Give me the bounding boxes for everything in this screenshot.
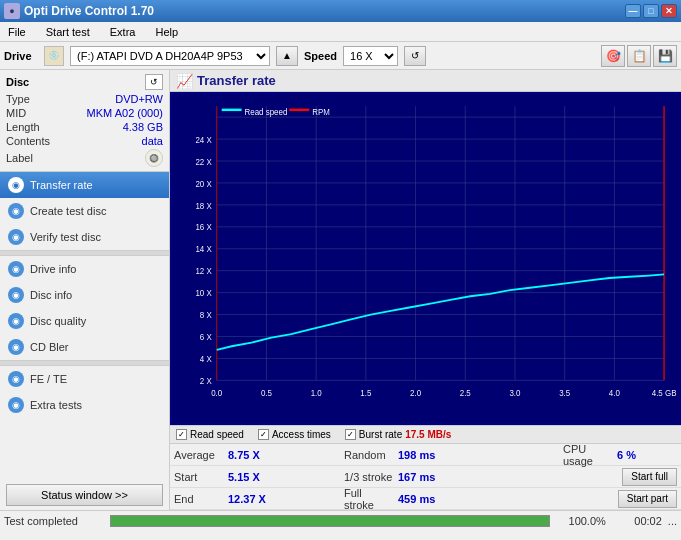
disc-contents-row: Contents data — [6, 135, 163, 147]
svg-text:2 X: 2 X — [200, 375, 212, 386]
nav-create-test-disc[interactable]: ◉ Create test disc — [0, 198, 169, 224]
speed-select[interactable]: 16 X — [343, 46, 398, 66]
burst-rate-option-label: Burst rate — [359, 429, 402, 440]
nav-disc-info[interactable]: ◉ Disc info — [0, 282, 169, 308]
nav-drive-info-label: Drive info — [30, 263, 76, 275]
menu-file[interactable]: File — [4, 24, 30, 40]
svg-text:2.0: 2.0 — [410, 387, 421, 398]
status-dots: ... — [668, 515, 677, 527]
disc-mid-label: MID — [6, 107, 26, 119]
chart-wrapper: 2 X 4 X 6 X 8 X 10 X 12 X 14 X 16 X 18 X… — [170, 92, 681, 425]
disc-contents-label: Contents — [6, 135, 50, 147]
nav-disc-quality-label: Disc quality — [30, 315, 86, 327]
start-part-button[interactable]: Start part — [618, 490, 677, 508]
nav-verify-test-disc[interactable]: ◉ Verify test disc — [0, 224, 169, 250]
disc-title: Disc — [6, 76, 29, 88]
read-speed-checkbox[interactable]: ✓ — [176, 429, 187, 440]
progress-bar — [110, 515, 550, 527]
statusbar: Test completed 100.0% 00:02 ... — [0, 510, 681, 530]
minimize-button[interactable]: — — [625, 4, 641, 18]
average-value: 8.75 X — [228, 449, 288, 461]
speed-refresh-button[interactable]: ↺ — [404, 46, 426, 66]
end-value: 12.37 X — [228, 493, 288, 505]
one-third-value: 167 ms — [398, 471, 458, 483]
toolbar-btn-2[interactable]: 📋 — [627, 45, 651, 67]
random-stat: Random 198 ms — [344, 449, 504, 461]
disc-type-row: Type DVD+RW — [6, 93, 163, 105]
access-times-checkbox[interactable]: ✓ — [258, 429, 269, 440]
sidebar: Disc ↺ Type DVD+RW MID MKM A02 (000) Len… — [0, 70, 170, 510]
titlebar: ● Opti Drive Control 1.70 — □ ✕ — [0, 0, 681, 22]
menubar: File Start test Extra Help — [0, 22, 681, 42]
nav-section: ◉ Transfer rate ◉ Create test disc ◉ Ver… — [0, 172, 169, 480]
end-label: End — [174, 493, 224, 505]
nav-verify-test-disc-label: Verify test disc — [30, 231, 101, 243]
drive-eject-button[interactable]: ▲ — [276, 46, 298, 66]
disc-refresh-button[interactable]: ↺ — [145, 74, 163, 90]
app-title: Opti Drive Control 1.70 — [24, 4, 154, 18]
svg-text:8 X: 8 X — [200, 309, 212, 320]
average-label: Average — [174, 449, 224, 461]
nav-transfer-rate[interactable]: ◉ Transfer rate — [0, 172, 169, 198]
read-speed-option: ✓ Read speed — [176, 429, 244, 440]
nav-disc-quality[interactable]: ◉ Disc quality — [0, 308, 169, 334]
toolbar-btn-3[interactable]: 💾 — [653, 45, 677, 67]
nav-extra-tests-label: Extra tests — [30, 399, 82, 411]
burst-rate-option: ✓ Burst rate 17.5 MB/s — [345, 429, 452, 440]
disc-type-label: Type — [6, 93, 30, 105]
svg-text:3.5: 3.5 — [559, 387, 570, 398]
maximize-button[interactable]: □ — [643, 4, 659, 18]
nav-cd-bler[interactable]: ◉ CD Bler — [0, 334, 169, 360]
svg-text:3.0: 3.0 — [509, 387, 520, 398]
menu-help[interactable]: Help — [151, 24, 182, 40]
nav-drive-info[interactable]: ◉ Drive info — [0, 256, 169, 282]
fe-te-icon: ◉ — [8, 371, 24, 387]
transfer-rate-icon: ◉ — [8, 177, 24, 193]
menu-extra[interactable]: Extra — [106, 24, 140, 40]
content-title: Transfer rate — [197, 73, 276, 88]
one-third-label: 1/3 stroke — [344, 471, 394, 483]
disc-length-label: Length — [6, 121, 40, 133]
start-label: Start — [174, 471, 224, 483]
drive-label: Drive — [4, 50, 38, 62]
close-button[interactable]: ✕ — [661, 4, 677, 18]
full-stroke-value: 459 ms — [398, 493, 458, 505]
disc-info-icon: ◉ — [8, 287, 24, 303]
disc-label-row: Label 🔘 — [6, 149, 163, 167]
drive-select[interactable]: (F:) ATAPI DVD A DH20A4P 9P53 — [70, 46, 270, 66]
svg-text:RPM: RPM — [312, 106, 330, 117]
menu-start-test[interactable]: Start test — [42, 24, 94, 40]
extra-tests-icon: ◉ — [8, 397, 24, 413]
svg-rect-0 — [172, 94, 679, 423]
start-value: 5.15 X — [228, 471, 288, 483]
cpu-label: CPU usage — [563, 443, 613, 467]
nav-transfer-rate-label: Transfer rate — [30, 179, 93, 191]
status-window-button[interactable]: Status window >> — [6, 484, 163, 506]
chart-icon: 📈 — [176, 73, 193, 89]
nav-fe-te[interactable]: ◉ FE / TE — [0, 366, 169, 392]
disc-mid-row: MID MKM A02 (000) — [6, 107, 163, 119]
end-stat: End 12.37 X — [174, 493, 334, 505]
one-third-stat: 1/3 stroke 167 ms — [344, 471, 504, 483]
chart-options: ✓ Read speed ✓ Access times ✓ Burst rate… — [170, 425, 681, 443]
svg-text:1.5: 1.5 — [360, 387, 371, 398]
toolbar-btn-1[interactable]: 🎯 — [601, 45, 625, 67]
stats-area: Average 8.75 X Random 198 ms CPU usage 6… — [170, 443, 681, 510]
svg-rect-48 — [222, 109, 242, 111]
svg-text:10 X: 10 X — [195, 288, 211, 299]
start-full-button[interactable]: Start full — [622, 468, 677, 486]
burst-rate-checkbox[interactable]: ✓ — [345, 429, 356, 440]
svg-text:4.0: 4.0 — [609, 387, 620, 398]
svg-text:4 X: 4 X — [200, 353, 212, 364]
stats-row-2: Start 5.15 X 1/3 stroke 167 ms Start ful… — [170, 466, 681, 488]
cpu-stat: CPU usage 6 % — [563, 443, 677, 467]
disc-length-row: Length 4.38 GB — [6, 121, 163, 133]
disc-label-icon[interactable]: 🔘 — [145, 149, 163, 167]
svg-text:6 X: 6 X — [200, 331, 212, 342]
disc-length-value: 4.38 GB — [123, 121, 163, 133]
nav-extra-tests[interactable]: ◉ Extra tests — [0, 392, 169, 418]
app-icon: ● — [4, 3, 20, 19]
nav-create-test-disc-label: Create test disc — [30, 205, 106, 217]
disc-quality-icon: ◉ — [8, 313, 24, 329]
svg-text:22 X: 22 X — [195, 156, 211, 167]
